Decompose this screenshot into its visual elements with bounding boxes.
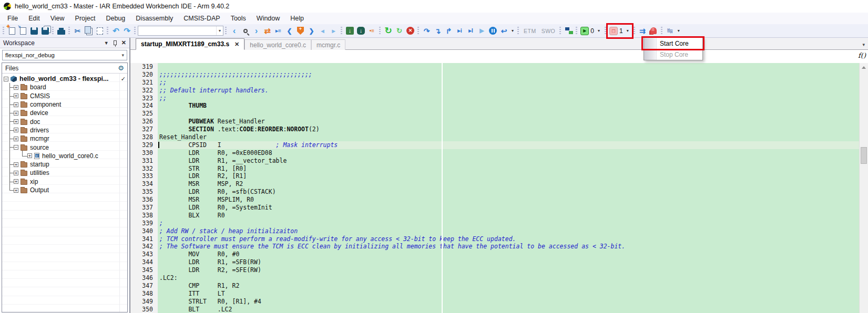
code-text[interactable]: LDR R1, =__vector_table	[158, 157, 859, 165]
menu-window[interactable]: Window	[251, 13, 285, 24]
autostep-icon[interactable]: ↹	[665, 26, 676, 36]
next-statement-icon[interactable]: ▸i	[454, 26, 465, 36]
expand-icon[interactable]: +	[14, 137, 18, 141]
etm-trace-button[interactable]: ETM	[521, 28, 539, 34]
swo-trace-button[interactable]: SWO	[539, 28, 558, 34]
search-icon[interactable]	[240, 26, 251, 36]
code-text[interactable]: LDR R2, [R1]	[158, 172, 859, 180]
new-document-icon[interactable]	[6, 26, 17, 36]
toggle-arrows-icon[interactable]: ⇄	[262, 26, 273, 36]
download-and-debug-icon[interactable]: ↻	[383, 26, 394, 36]
cut-icon[interactable]: ✂	[72, 26, 83, 36]
code-text[interactable]: ITT LT	[158, 290, 859, 298]
toggle-bookmark-icon[interactable]: +	[295, 26, 306, 36]
scroll-up-arrow-icon[interactable]	[860, 63, 868, 71]
tab-overflow-icon[interactable]: ▾	[862, 42, 868, 49]
expand-icon[interactable]: +	[14, 85, 18, 90]
tree-item-drivers[interactable]: +drivers	[2, 126, 127, 134]
breakpoints-icon[interactable]	[563, 26, 574, 36]
autostep-dropdown-icon[interactable]: ▾	[676, 28, 682, 33]
code-text[interactable]: MSR MSPLIM, R0	[158, 196, 859, 204]
code-text[interactable]: BLT .LC2	[158, 306, 859, 313]
code-text[interactable]: .LC2:	[158, 274, 859, 282]
find-next-icon[interactable]: ›	[251, 26, 262, 36]
tree-item-project-root[interactable]: −hello_world_cm33 - flexspi...✓	[2, 75, 127, 83]
menu-file[interactable]: File	[2, 13, 23, 24]
expand-icon[interactable]: +	[14, 162, 18, 167]
save-icon[interactable]	[28, 26, 39, 36]
code-text[interactable]: ; TCM controller must perform a read-mod…	[158, 235, 859, 243]
code-text[interactable]: ; The Software must ensure the TCM is EC…	[158, 243, 859, 251]
build-configuration-select[interactable]: flexspi_nor_debug ▾	[2, 50, 127, 60]
expand-icon[interactable]: +	[14, 188, 18, 193]
make-icon[interactable]: ↓	[344, 26, 355, 36]
stop-debugging-icon[interactable]: ✕	[405, 26, 416, 36]
menu-edit[interactable]: Edit	[23, 13, 45, 24]
expand-icon[interactable]: +	[14, 111, 18, 116]
navigate-forward-icon[interactable]: ▸	[328, 26, 339, 36]
expand-icon[interactable]: +	[27, 153, 32, 158]
run-to-cursor-icon[interactable]: ▸I	[465, 26, 476, 36]
project-options-icon[interactable]: •≡	[366, 26, 377, 36]
debug-dropdown-icon[interactable]: ▾	[509, 28, 516, 33]
code-text[interactable]: ;	[158, 220, 859, 227]
tree-item-source[interactable]: −source	[2, 143, 127, 151]
files-column-header[interactable]: Files ⚙	[2, 63, 127, 74]
code-text[interactable]: CMP R1, R2	[158, 282, 859, 290]
tree-item-mcmgr[interactable]: +mcmgr	[2, 134, 127, 143]
code-text[interactable]: LDR R2, =SFE(RW)	[158, 266, 859, 274]
chevron-down-icon[interactable]: ▾	[625, 28, 631, 33]
tree-item-hello-world-core0-c[interactable]: +chello_world_core0.c	[2, 152, 127, 160]
menu-cmsis-dap[interactable]: CMSIS-DAP	[178, 13, 225, 24]
close-icon[interactable]: ✕	[234, 41, 239, 48]
quick-search-combobox[interactable]: ▾	[138, 26, 223, 36]
expand-icon[interactable]: +	[14, 119, 18, 124]
code-text[interactable]: ;; Default interrupt handlers.	[158, 87, 859, 95]
menu-item-start-core[interactable]: Start Core	[644, 38, 702, 49]
tree-item-board[interactable]: +board	[2, 83, 127, 91]
expand-icon[interactable]: +	[14, 128, 18, 132]
code-text[interactable]: PUBWEAK Reset_Handler	[158, 118, 859, 126]
code-text[interactable]	[158, 110, 859, 118]
code-text[interactable]: SECTION .text:CODE:REORDER:NOROOT(2)	[158, 126, 859, 133]
code-text[interactable]: ;;;;;;;;;;;;;;;;;;;;;;;;;;;;;;;;;;;;;;;;…	[158, 71, 859, 79]
run-multiple-cores-icon[interactable]: ⇉	[637, 26, 648, 36]
break-icon[interactable]	[487, 26, 498, 36]
stop-core1-button[interactable]: □1▾	[608, 25, 632, 37]
find-previous-icon[interactable]: ‹	[229, 26, 240, 36]
menu-tools[interactable]: Tools	[226, 13, 251, 24]
scrollbar-thumb[interactable]	[861, 147, 867, 164]
step-out-icon[interactable]: ↱	[443, 26, 454, 36]
collapse-icon[interactable]: −	[4, 77, 8, 81]
menu-help[interactable]: Help	[285, 13, 309, 24]
tree-item-device[interactable]: +device	[2, 109, 127, 117]
tree-item-component[interactable]: +component	[2, 100, 127, 109]
copy-icon[interactable]	[83, 26, 94, 36]
start-core0-button[interactable]: ▶0▾	[579, 25, 603, 37]
goto-bookmark-icon[interactable]: ▸≡	[273, 26, 284, 36]
code-text[interactable]: STR R1, [R0]	[158, 165, 859, 173]
tree-item-utilities[interactable]: +utilities	[2, 169, 127, 177]
chevron-down-icon[interactable]: ▾	[596, 28, 602, 33]
expand-icon[interactable]: +	[14, 102, 18, 107]
code-text[interactable]: MOV R0, #0	[158, 251, 859, 258]
restart-debugger-icon[interactable]: ↻	[394, 26, 405, 36]
code-text[interactable]: LDR R1, =SFB(RW)	[158, 258, 859, 266]
tree-item-doc[interactable]: +doc	[2, 117, 127, 126]
code-text[interactable]: ;;	[158, 95, 859, 102]
step-over-icon[interactable]: ↷	[421, 26, 432, 36]
menu-debug[interactable]: Debug	[100, 13, 130, 24]
chevron-down-icon[interactable]: ▾	[216, 26, 223, 35]
code-text[interactable]: STRLT R0, [R1], #4	[158, 298, 859, 306]
navigate-back-icon[interactable]: ◂	[317, 26, 328, 36]
code-text[interactable]: MSR MSP, R2	[158, 180, 859, 188]
code-text[interactable]: ;;	[158, 79, 859, 87]
tree-item-output[interactable]: +Output	[2, 186, 127, 194]
collapse-icon[interactable]: −	[14, 145, 18, 150]
menu-disassembly[interactable]: Disassembly	[130, 13, 178, 24]
code-text[interactable]: CPSID I ; Mask interrupts	[158, 141, 859, 149]
save-all-icon[interactable]	[39, 26, 50, 36]
menu-project[interactable]: Project	[70, 13, 101, 24]
code-view[interactable]: 319320;;;;;;;;;;;;;;;;;;;;;;;;;;;;;;;;;;…	[130, 63, 859, 313]
code-text[interactable]	[158, 63, 859, 71]
